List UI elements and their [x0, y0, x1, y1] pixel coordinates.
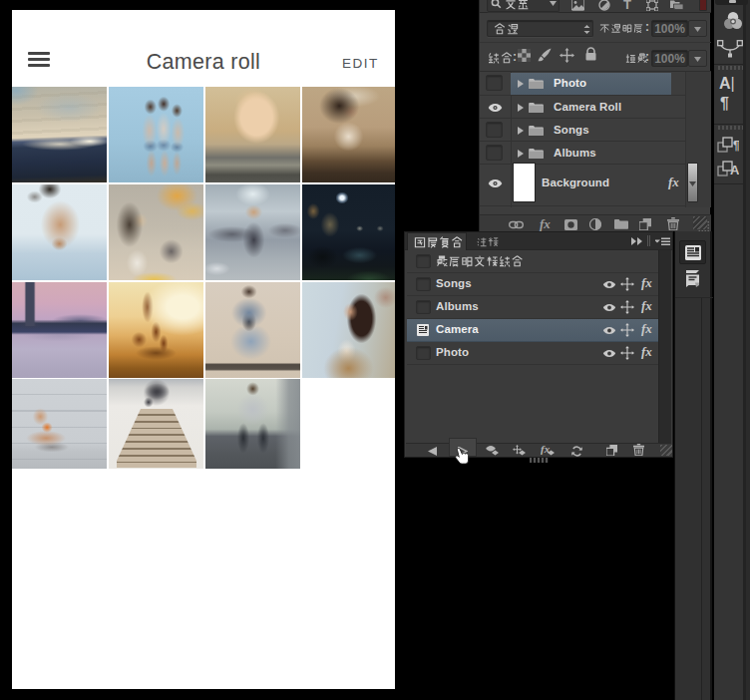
svg-text:A: A [730, 163, 739, 177]
svg-text:¶: ¶ [733, 139, 739, 153]
